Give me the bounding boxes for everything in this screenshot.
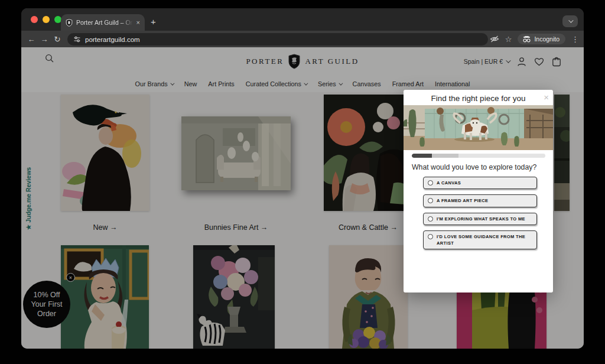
- radio-icon[interactable]: [428, 198, 433, 203]
- forward-button[interactable]: →: [38, 35, 51, 44]
- quiz-option-canvas[interactable]: A CANVAS: [423, 177, 537, 189]
- site-settings-icon[interactable]: [73, 35, 81, 43]
- quiz-option-exploring[interactable]: I'M EXPLORING WHAT SPEAKS TO ME: [423, 213, 537, 225]
- window-controls[interactable]: [31, 16, 61, 23]
- incognito-badge: Incognito: [518, 34, 565, 44]
- reload-button[interactable]: ↻: [51, 35, 64, 44]
- quiz-question: What would you love to explore today?: [412, 163, 536, 171]
- popup-title: Find the right piece for you: [404, 94, 553, 103]
- popup-close-icon[interactable]: ×: [544, 93, 549, 102]
- progress-fill-dark: [412, 154, 432, 158]
- screenshot-stage: Porter Art Guild – Original Exc × + ← → …: [0, 0, 605, 364]
- quiz-progress-bar: [412, 154, 545, 158]
- incognito-icon: [522, 36, 531, 43]
- new-tab-button[interactable]: +: [151, 17, 156, 27]
- quiz-option-guidance[interactable]: I'D LOVE SOME GUIDANCE FROM THE ARTIST: [423, 230, 537, 250]
- minimize-window-button[interactable]: [43, 16, 50, 23]
- quiz-option-framed-art[interactable]: A FRAMED ART PIECE: [423, 194, 537, 207]
- progress-fill-mid: [432, 154, 458, 158]
- radio-icon[interactable]: [428, 216, 433, 222]
- bookmark-star-icon[interactable]: ☆: [505, 35, 512, 44]
- tab-search-chevron-button[interactable]: [562, 15, 578, 27]
- close-window-button[interactable]: [31, 16, 38, 23]
- url-text[interactable]: porterartguild.com: [85, 36, 140, 43]
- quiz-options: A CANVAS A FRAMED ART PIECE I'M EXPLORIN…: [423, 177, 537, 249]
- tab-close-icon[interactable]: ×: [136, 20, 140, 26]
- toolbar-right: ☆ Incognito ⋮: [490, 31, 579, 47]
- browser-window: Porter Art Guild – Original Exc × + ← → …: [21, 8, 584, 349]
- radio-icon[interactable]: [428, 180, 433, 186]
- tab-strip: Porter Art Guild – Original Exc × +: [21, 8, 584, 31]
- browser-menu-icon[interactable]: ⋮: [571, 35, 579, 44]
- browser-toolbar: ← → ↻ porterartguild.com ☆ Incognito ⋮: [21, 31, 584, 47]
- privacy-eye-slash-icon[interactable]: [490, 35, 499, 43]
- popup-hero-image-longhorn-ranch: [404, 105, 553, 150]
- radio-icon[interactable]: [428, 234, 433, 239]
- browser-tab[interactable]: Porter Art Guild – Original Exc ×: [61, 14, 145, 31]
- tab-title: Porter Art Guild – Original Exc: [76, 19, 133, 26]
- tab-favicon-shield-icon: [66, 19, 73, 27]
- back-button[interactable]: ←: [25, 35, 38, 44]
- chevron-down-icon: [568, 18, 573, 22]
- quiz-popup: Find the right piece for you × What woul…: [404, 90, 553, 292]
- page-viewport: PORTER ART GUILD Spain | EUR € Our Brand…: [21, 47, 584, 349]
- address-bar[interactable]: porterartguild.com: [67, 33, 488, 46]
- incognito-label: Incognito: [534, 35, 560, 43]
